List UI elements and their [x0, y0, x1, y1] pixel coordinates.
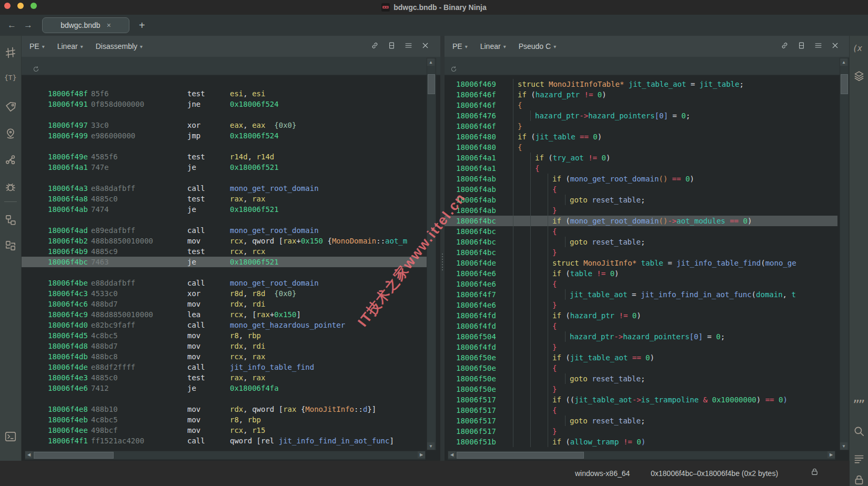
code-row[interactable]: 18006f4e6{: [445, 279, 837, 289]
code-row[interactable]: 18006f4e6}: [445, 300, 837, 310]
locations-icon[interactable]: [4, 127, 17, 140]
scroll-left-icon[interactable]: ◀: [448, 451, 456, 458]
format-dropdown[interactable]: PE▾: [29, 42, 45, 50]
format-dropdown[interactable]: PE▾: [452, 42, 468, 50]
disasm-row[interactable]: 18006f4ee498bcfmovrcx, r15: [22, 425, 428, 436]
code-row[interactable]: 18006f469struct MonoJitInfoTable* jit_ta…: [445, 79, 837, 89]
code-row[interactable]: 18006f4e6if (table != 0): [445, 268, 837, 279]
split-icon[interactable]: [797, 41, 806, 52]
link-icon[interactable]: [370, 41, 379, 52]
code-row[interactable]: 18006f4fd}: [445, 342, 837, 352]
disasm-row[interactable]: 18006f4e8488b10movrdx, qword [rax {MonoJ…: [22, 404, 428, 414]
code-row[interactable]: 18006f4ab}: [445, 205, 837, 216]
scroll-right-icon[interactable]: ▶: [827, 451, 835, 458]
strings-icon[interactable]: ””: [853, 398, 865, 410]
code-row[interactable]: 18006f480if (jit_table == 0): [445, 131, 837, 142]
vertical-scrollbar[interactable]: ▲ ▼: [840, 58, 849, 450]
reanalyze-icon[interactable]: [32, 62, 40, 75]
back-button[interactable]: ←: [7, 20, 16, 31]
tags-icon[interactable]: [4, 100, 17, 113]
disasm-row[interactable]: 18006f4d54c8bc5movr8, rbp: [22, 330, 428, 341]
code-row[interactable]: 18006f517goto reset_table;: [445, 416, 837, 426]
code-row[interactable]: 18006f46f{: [445, 100, 837, 110]
code-row[interactable]: 18006f51bif (allow_tramp != 0): [445, 437, 837, 447]
layout-dropdown[interactable]: Linear▾: [57, 42, 83, 50]
reanalyze-icon[interactable]: [450, 62, 458, 75]
code-row[interactable]: 18006f4destruct MonoJitInfo* table = jit…: [445, 258, 837, 268]
code-row[interactable]: 18006f4abif (mono_get_root_domain() == 0…: [445, 174, 837, 184]
code-row[interactable]: 18006f4ab{: [445, 184, 837, 195]
code-row[interactable]: 18006f50eif (jit_table_aot == 0): [445, 352, 837, 363]
lock-icon[interactable]: [853, 473, 865, 486]
symbols-icon[interactable]: [4, 46, 17, 59]
scroll-left-icon[interactable]: ◀: [25, 451, 33, 458]
lock-icon[interactable]: [810, 467, 819, 478]
disasm-row[interactable]: 18006f4910f858d000000jne0x18006f524: [22, 99, 428, 109]
disasm-row[interactable]: 18006f4e67412je0x18006f4fa: [22, 383, 428, 393]
menu-icon[interactable]: [814, 41, 823, 52]
code-row[interactable]: 18006f4a1{: [445, 163, 837, 174]
scrollbar-thumb[interactable]: [841, 74, 848, 94]
disasm-row[interactable]: 18006f48f85f6testesi, esi: [22, 88, 428, 99]
code-row[interactable]: 18006f4bc{: [445, 226, 837, 237]
forward-button[interactable]: →: [24, 20, 33, 31]
code-row[interactable]: 18006f517if ((jit_table_aot->is_trampoli…: [445, 394, 837, 405]
disasm-row[interactable]: 18006f4ade89edafbffcallmono_get_root_dom…: [22, 225, 428, 236]
scroll-down-icon[interactable]: ▼: [840, 442, 847, 450]
disasm-row[interactable]: 18006f49733c0xoreax, eax {0x0}: [22, 120, 428, 130]
disasm-row[interactable]: 18006f4db488bc8movrcx, rax: [22, 351, 428, 362]
close-icon[interactable]: [421, 41, 430, 52]
scroll-right-icon[interactable]: ▶: [418, 451, 425, 458]
scroll-down-icon[interactable]: ▼: [427, 442, 435, 450]
horizontal-scrollbar[interactable]: ◀ ▶: [25, 451, 426, 460]
code-row[interactable]: 18006f4fdif (hazard_ptr != 0): [445, 310, 837, 321]
terminal-icon[interactable]: [4, 430, 17, 443]
code-row[interactable]: 18006f50e}: [445, 384, 837, 394]
disasm-row[interactable]: 18006f4c6488bd7movrdx, rdi: [22, 299, 428, 309]
disasm-row[interactable]: 18006f4bc7463je0x18006f521: [22, 257, 428, 267]
disasm-row[interactable]: 18006f499e986000000jmp0x18006f524: [22, 130, 428, 141]
horizontal-scrollbar[interactable]: ◀ ▶: [448, 451, 835, 460]
code-row[interactable]: 18006f4abgoto reset_table;: [445, 195, 837, 205]
hierarchy-icon[interactable]: [4, 214, 17, 226]
code-row[interactable]: 18006f46f}: [445, 121, 837, 131]
variables-icon[interactable]: (x: [853, 44, 865, 56]
disasm-row[interactable]: 18006f49e4585f6testr14d, r14d: [22, 151, 428, 162]
code-row[interactable]: 18006f4bcgoto reset_table;: [445, 237, 837, 247]
code-row[interactable]: 18006f480{: [445, 142, 837, 153]
close-icon[interactable]: [831, 41, 840, 52]
disasm-row[interactable]: 18006f4f1ff1521ac4200callqword [rel jit_…: [22, 436, 428, 446]
code-row[interactable]: 18006f50egoto reset_table;: [445, 373, 837, 384]
scroll-up-icon[interactable]: ▲: [427, 58, 435, 66]
types-icon[interactable]: {T}: [4, 73, 17, 85]
representation-dropdown[interactable]: Pseudo C▾: [519, 42, 557, 50]
code-row[interactable]: 18006f4fd{: [445, 321, 837, 331]
new-tab-button[interactable]: +: [139, 19, 145, 32]
link-icon[interactable]: [780, 41, 789, 52]
disasm-row[interactable]: 18006f4eb4c8bc5movr8, rbp: [22, 414, 428, 425]
layout-dropdown[interactable]: Linear▾: [480, 42, 506, 50]
scrollbar-thumb[interactable]: [457, 452, 584, 459]
status-arch[interactable]: windows-x86_64: [575, 469, 630, 478]
disasm-row[interactable]: 18006f4a84885c0testrax, rax: [22, 194, 428, 204]
code-row[interactable]: 18006f517}: [445, 426, 837, 437]
disasm-row[interactable]: 18006f4bee88ddafbffcallmono_get_root_dom…: [22, 278, 428, 288]
code-row[interactable]: 18006f476hazard_ptr->hazard_pointers[0] …: [445, 110, 837, 121]
disasm-row[interactable]: 18006f4b94885c9testrcx, rcx: [22, 246, 428, 257]
representation-dropdown[interactable]: Disassembly▾: [96, 42, 143, 50]
function-signature-bar[interactable]: struct MonoJitInfoTable* mono_jit_info_t…: [445, 57, 850, 75]
pane-splitter[interactable]: [440, 36, 445, 461]
disasm-row[interactable]: 18006f4ab7474je0x18006f521: [22, 204, 428, 215]
tab-bdwgc[interactable]: bdwgc.bndb ×: [42, 17, 129, 33]
disasm-row[interactable]: 18006f4d0e82bc9faffcallmono_get_hazardou…: [22, 320, 428, 330]
log-icon[interactable]: [853, 452, 865, 465]
bugs-icon[interactable]: [4, 180, 17, 193]
code-row[interactable]: 18006f4bcif (mono_get_root_domain()->aot…: [445, 216, 837, 226]
disasm-row[interactable]: 18006f4e34885c0testrax, rax: [22, 372, 428, 383]
code-row[interactable]: 18006f4bc}: [445, 247, 837, 258]
disasm-row[interactable]: 18006f4b2488b8850010000movrcx, qword [ra…: [22, 236, 428, 246]
code-row[interactable]: 18006f46fif (hazard_ptr != 0): [445, 89, 837, 100]
splitter-handle-icon[interactable]: [442, 254, 443, 270]
disasm-row[interactable]: 18006f4a1747eje0x18006f521: [22, 162, 428, 173]
function-signature-bar[interactable]: struct MonoJitInfoTable* mono_jit_info_t…: [22, 57, 440, 75]
